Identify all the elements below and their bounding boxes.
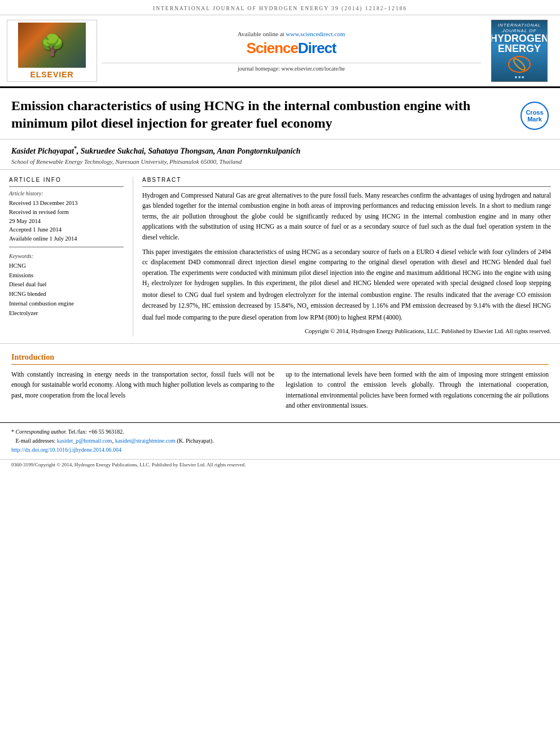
abstract-text: Hydrogen and Compressed Natural Gas are … [142,190,551,337]
bottom-strip-text: 0360-3199/Copyright © 2014, Hydrogen Ene… [11,462,246,468]
header-center: Available online at www.sciencedirect.co… [102,20,481,82]
crossmark-text: CrossMark [526,109,543,123]
journal-cover: international journal of HYDROGEN ENERGY… [491,20,548,82]
sciencedirect-url[interactable]: www.sciencedirect.com [286,30,345,37]
keyword-emissions: Emissions [9,271,124,281]
sciencedirect-logo-orange: Science [247,40,298,56]
authors-italic: Kasidet Pichayapat*, Sukruedee Sukchai, … [11,147,300,155]
journal-cover-bottom: ■ ■ ■ [515,75,524,79]
atom-icon [508,56,531,73]
journal-homepage: journal homepage: www.elsevier.com/locat… [102,63,481,72]
received-date: Received 13 December 2013 [9,199,124,208]
article-info-label: ARTICLE INFO [9,177,124,183]
article-info-column: ARTICLE INFO Article history: Received 1… [9,177,133,337]
email-suffix: (K. Pichayapat). [177,438,213,444]
available-date: Available online 1 July 2014 [9,234,124,243]
authors-list: Kasidet Pichayapat*, Sukruedee Sukchai, … [11,145,549,156]
journal-cover-section: international journal of HYDROGEN ENERGY… [485,20,553,82]
email1-link[interactable]: kasidet_p@hotmail.com [57,438,112,444]
footnote-section: * Corresponding author. Tel./fax: +66 55… [0,422,560,459]
affiliation: School of Renewable Energy Technology, N… [11,158,549,165]
abstract-column: ABSTRACT Hydrogen and Compressed Natural… [133,177,551,337]
introduction-heading: Introduction [11,353,549,365]
main-content: ARTICLE INFO Article history: Received 1… [0,170,560,344]
sciencedirect-logo-blue: Direct [298,40,336,56]
intro-columns: With constantly increasing in energy nee… [11,369,549,411]
keyword-ice: Internal combustion engine [9,299,124,309]
doi-footnote: http://dx.doi.org/10.1016/j.ijhydene.201… [11,445,549,455]
abstract-divider [142,186,551,187]
crossmark-badge: CrossMark [520,102,549,130]
copyright-text: Copyright © 2014, Hydrogen Energy Public… [142,327,551,337]
abstract-paragraph-2: This paper investigates the emission cha… [142,247,551,322]
keyword-hcng-blended: HCNG blended [9,290,124,299]
email-footnote: E-mail addresses: kasidet_p@hotmail.com,… [11,436,549,445]
tel-fax: Tel./fax: +66 55 963182. [68,429,124,435]
nox-subscript: x [307,305,309,311]
intro-right-text: up to the international levels have been… [286,369,549,411]
intro-left-text: With constantly increasing in energy nee… [11,369,274,400]
article-title-block: Emission characteristics of using HCNG i… [11,97,511,132]
keywords-label: Keywords: [9,253,124,259]
asterisk-footnote: * [11,429,16,435]
intro-right: up to the international levels have been… [286,369,549,411]
corresponding-label: Corresponding author. [16,429,67,435]
email2-link[interactable]: kasidet@straightmine.com [115,438,176,444]
elsevier-logo-section: 🌳 ELSEVIER [7,20,97,82]
revised-date: 29 May 2014 [9,217,124,226]
keyword-electrolyzer: Electrolyzer [9,309,124,318]
elsevier-wordmark: ELSEVIER [30,70,73,79]
h2-subscript: 2 [147,283,149,288]
sciencedirect-logo: ScienceDirect [247,40,336,57]
asterisk: * [74,145,77,151]
top-banner: INTERNATIONAL JOURNAL OF HYDROGEN ENERGY… [0,0,560,15]
article-title: Emission characteristics of using HCNG i… [11,97,511,132]
abstract-label: ABSTRACT [142,177,551,183]
journal-cover-main: HYDROGEN ENERGY [491,33,548,54]
journal-homepage-text: journal homepage: www.elsevier.com/locat… [238,65,345,72]
page: INTERNATIONAL JOURNAL OF HYDROGEN ENERGY… [0,0,560,747]
history-label: Article history: [9,190,124,196]
intro-left: With constantly increasing in energy nee… [11,369,274,411]
keyword-hcng: HCNG [9,261,124,271]
authors-section: Kasidet Pichayapat*, Sukruedee Sukchai, … [0,139,560,170]
elsevier-tree-image: 🌳 [18,23,86,68]
header: 🌳 ELSEVIER Available online at www.scien… [0,15,560,88]
tree-icon: 🌳 [40,33,65,57]
accepted-date: Accepted 1 June 2014 [9,225,124,234]
keyword-diesel-dual: Diesel dual fuel [9,280,124,290]
introduction-section: Introduction With constantly increasing … [0,344,560,418]
doi-link[interactable]: http://dx.doi.org/10.1016/j.ijhydene.201… [11,447,121,453]
available-online-text: Available online at www.sciencedirect.co… [238,30,345,37]
journal-cover-title: international journal of [494,23,545,33]
bottom-strip: 0360-3199/Copyright © 2014, Hydrogen Ene… [0,459,560,470]
revised-label: Received in revised form [9,208,124,217]
elsevier-logo: 🌳 ELSEVIER [7,20,97,82]
abstract-paragraph-1: Hydrogen and Compressed Natural Gas are … [142,190,551,242]
corresponding-author: * Corresponding author. Tel./fax: +66 55… [11,427,549,436]
keywords-divider [9,247,124,247]
article-header: Emission characteristics of using HCNG i… [0,88,560,139]
banner-text: INTERNATIONAL JOURNAL OF HYDROGEN ENERGY… [153,6,407,11]
divider [9,186,124,187]
